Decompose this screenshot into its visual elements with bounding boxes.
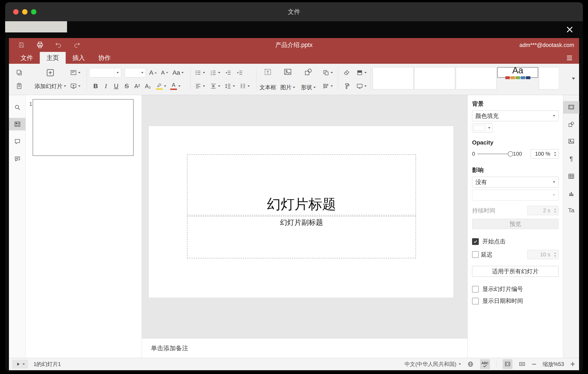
undo-button[interactable] [55,41,62,49]
columns-button[interactable] [238,80,252,92]
delay-checkbox[interactable] [472,251,479,258]
insert-textbox-button[interactable]: T文本框 [259,66,277,93]
horizontal-align-button[interactable] [193,80,207,92]
vertical-align-button[interactable] [208,80,222,92]
strikeout-button[interactable]: S [122,80,132,92]
opacity-spinner[interactable]: 100 % [531,149,558,159]
apply-to-all-slides-button[interactable]: 适用于所有幻灯片 [472,266,558,277]
zoom-out-button[interactable]: − [532,360,536,368]
bullets-button[interactable] [193,66,207,79]
superscript-button[interactable]: A² [132,80,142,92]
bold-button[interactable]: B [91,80,101,92]
start-slideshow-status-button[interactable] [12,360,28,369]
arrange-icon [323,69,329,76]
sidebar-item-table-settings[interactable] [563,170,579,183]
subscript-button[interactable]: A₂ [143,80,153,92]
background-fill-select[interactable]: 颜色填充 [472,110,558,121]
minimize-window-button[interactable] [22,9,28,14]
sidebar-item-search[interactable] [9,101,26,114]
print-button[interactable] [36,41,44,49]
maximize-window-button[interactable] [31,9,36,14]
increase-indent-button[interactable] [235,66,245,79]
arrange-shapes-button[interactable] [320,66,335,79]
add-slide-button[interactable] [34,66,67,79]
spinner-arrows[interactable] [554,149,556,158]
slide-layout-button[interactable] [67,66,83,79]
opacity-slider-knob[interactable] [508,151,513,157]
sidebar-item-paragraph-settings[interactable]: ¶ [563,153,579,165]
delay-spinner[interactable]: 10 s [527,250,558,259]
theme-tile-selected[interactable]: Aa [497,67,538,78]
opacity-slider[interactable] [477,154,511,154]
start-slideshow-button[interactable] [67,80,83,92]
font-color-button[interactable]: A [168,80,182,92]
decrease-font-button[interactable]: A [159,66,170,79]
align-shapes-button[interactable] [320,80,335,92]
effect-select[interactable]: 没有 [472,177,558,187]
fit-width-button[interactable] [519,361,525,367]
clear-style-button[interactable] [340,66,353,79]
theme-tile[interactable] [539,67,558,89]
overlay-header [5,21,583,38]
tab-home[interactable]: 主页 [40,52,66,64]
tab-insert[interactable]: 插入 [66,52,92,64]
underline-button[interactable]: U [111,80,121,92]
zoom-in-button[interactable]: + [570,360,575,368]
highlight-color-button[interactable] [154,80,168,92]
title-placeholder[interactable]: 幻灯片标题 [187,154,416,215]
theme-tile[interactable] [456,67,497,89]
tab-file[interactable]: 文件 [14,52,40,64]
sidebar-item-slide-settings[interactable] [563,101,579,114]
close-window-button[interactable] [13,9,19,14]
view-settings-button[interactable] [566,52,573,64]
insert-image-button[interactable]: 图片 [278,66,298,93]
decrease-indent-button[interactable] [223,66,234,79]
theme-tile[interactable] [414,67,455,89]
chevron-down-icon [486,124,492,132]
preview-button[interactable]: 预览 [472,219,558,229]
sidebar-item-slides[interactable] [9,118,26,130]
add-slide-menu[interactable]: 添加幻灯片 [31,80,69,92]
color-scheme-button[interactable] [354,66,369,79]
duration-spinner[interactable]: 2 s [527,206,558,215]
increase-font-button[interactable]: A [147,66,159,79]
change-case-button[interactable]: Aa [171,66,185,79]
theme-gallery-more-button[interactable] [569,67,578,90]
sidebar-item-shape-settings[interactable] [563,118,579,131]
effect-variant-select[interactable] [472,190,558,200]
numbering-button[interactable]: 123 [208,66,222,79]
fit-slide-button[interactable] [503,359,513,369]
start-on-click-checkbox[interactable] [472,238,479,245]
sidebar-item-comments[interactable] [9,135,26,148]
copy-button[interactable] [13,66,25,79]
slide-thumbnail-1[interactable] [33,99,134,156]
sidebar-item-feedback[interactable] [9,153,26,165]
globe-icon [467,361,474,367]
notes-area[interactable]: 单击添加备注 [142,338,467,358]
show-slide-number-checkbox[interactable] [472,286,479,293]
theme-tile[interactable] [373,67,413,89]
background-color-picker[interactable] [472,123,493,132]
italic-button[interactable]: I [101,80,111,92]
redo-button[interactable] [73,41,80,49]
line-spacing-button[interactable] [223,80,237,92]
close-icon[interactable] [565,25,574,34]
font-name-combo[interactable] [89,68,121,77]
sidebar-item-textart-settings[interactable]: Ta [563,204,579,217]
font-size-combo[interactable] [125,68,146,77]
subtitle-placeholder[interactable]: 幻灯片副标题 [187,216,416,258]
sidebar-item-image-settings[interactable] [563,135,579,148]
slide-size-button[interactable] [354,80,369,92]
save-button[interactable] [18,41,25,49]
insert-shape-button[interactable]: 形状 [298,66,318,93]
tab-collaboration[interactable]: 协作 [92,52,117,64]
spellcheck-button[interactable]: ABC [480,359,490,369]
paste-button[interactable] [13,80,25,92]
slide-1[interactable]: 幻灯片标题 幻灯片副标题 [148,126,453,298]
show-date-time-checkbox[interactable] [472,298,479,304]
sidebar-item-chart-settings[interactable] [563,187,579,200]
set-language-button[interactable] [467,361,474,367]
theme-palette [505,76,530,79]
language-selector[interactable]: 中文(中华人民共和国) [405,361,461,368]
copy-style-button[interactable] [340,80,353,92]
